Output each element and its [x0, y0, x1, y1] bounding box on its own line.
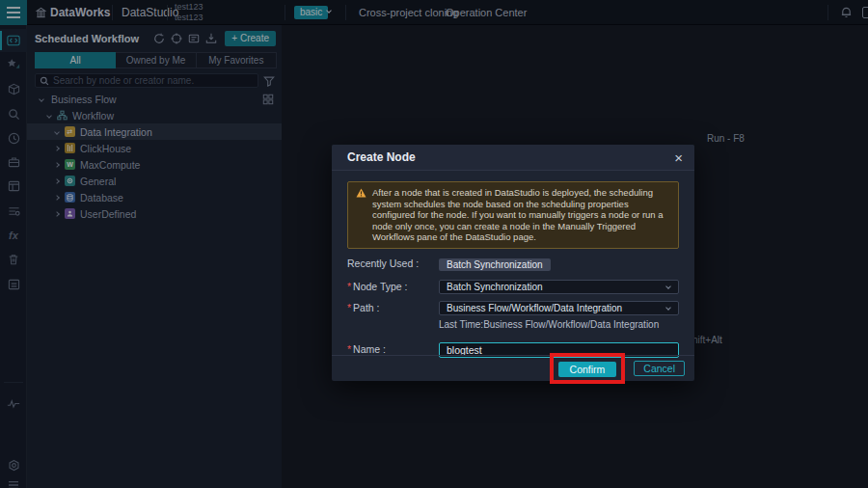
path-value: Business Flow/Workflow/Data Integration: [447, 303, 666, 313]
warning-text: After a node that is created in DataStud…: [372, 187, 670, 243]
chevron-down-icon: [665, 285, 671, 290]
node-type-label: *Node Type :: [347, 281, 439, 292]
cancel-button[interactable]: Cancel: [634, 361, 685, 376]
node-type-select[interactable]: Batch Synchronization: [439, 280, 679, 294]
modal-footer: Confirm Cancel: [332, 355, 694, 381]
modal-title: Create Node: [347, 150, 674, 164]
path-label: *Path :: [347, 302, 439, 313]
chevron-down-icon: [665, 306, 671, 312]
create-node-modal: Create Node × After a node that is creat…: [332, 145, 694, 381]
close-icon[interactable]: ×: [674, 150, 683, 165]
recently-used-chip[interactable]: Batch Synchronization: [439, 258, 551, 271]
required-marker: *: [347, 302, 351, 313]
name-label: *Name :: [347, 343, 439, 355]
node-type-value: Batch Synchronization: [447, 282, 666, 292]
required-marker: *: [347, 343, 351, 355]
confirm-button[interactable]: Confirm: [558, 362, 617, 377]
required-marker: *: [347, 281, 351, 292]
recently-used-label: Recently Used :: [347, 258, 439, 269]
warning-icon: [356, 188, 366, 198]
annotation-red-box: Confirm: [550, 353, 626, 384]
warning-banner: After a node that is created in DataStud…: [347, 181, 679, 249]
path-last-time-hint: Last Time:Business Flow/Workflow/Data In…: [439, 319, 679, 330]
modal-header: Create Node ×: [332, 145, 694, 171]
path-select[interactable]: Business Flow/Workflow/Data Integration: [439, 301, 679, 315]
